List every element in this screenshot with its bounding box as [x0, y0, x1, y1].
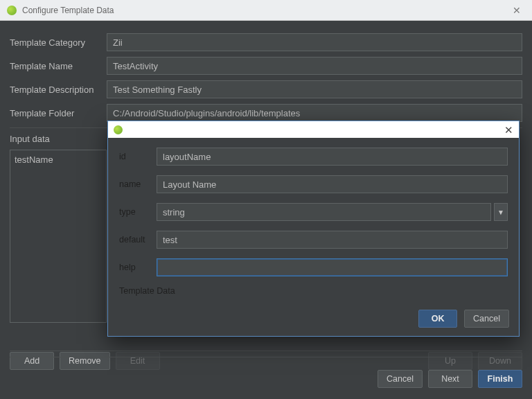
- label-default: default: [119, 235, 157, 245]
- separator: [10, 357, 522, 357]
- label-template-name: Template Name: [10, 61, 107, 71]
- footer-buttons: Cancel Next Finish: [10, 363, 522, 392]
- app-icon: [7, 6, 17, 15]
- input-help[interactable]: [157, 258, 508, 276]
- input-name[interactable]: [157, 175, 508, 193]
- ok-button[interactable]: OK: [418, 310, 457, 328]
- label-id: id: [119, 152, 157, 161]
- app-icon: [114, 125, 123, 134]
- input-template-folder[interactable]: [107, 104, 522, 122]
- row-default: default: [119, 231, 508, 249]
- input-data-left: Input data testName: [10, 134, 107, 323]
- row-category: Template Category: [10, 33, 522, 51]
- input-data-list[interactable]: testName: [10, 150, 107, 323]
- cancel-button[interactable]: Cancel: [464, 310, 509, 328]
- input-template-description[interactable]: [107, 80, 522, 98]
- close-icon[interactable]: ✕: [508, 6, 525, 15]
- label-template-category: Template Category: [10, 37, 107, 48]
- template-data-dialog: ✕ id name type ▼ default help Template D…: [107, 121, 520, 337]
- dialog-body: id name type ▼ default help Template Dat…: [108, 138, 519, 304]
- input-template-category[interactable]: [107, 33, 522, 51]
- select-type[interactable]: ▼: [157, 203, 508, 221]
- row-id: id: [119, 148, 508, 166]
- label-input-data: Input data: [10, 134, 107, 144]
- input-default[interactable]: [157, 231, 508, 249]
- finish-button[interactable]: Finish: [478, 370, 522, 388]
- select-type-value[interactable]: [157, 203, 491, 221]
- row-name: name: [119, 175, 508, 193]
- input-id[interactable]: [157, 148, 508, 166]
- close-icon[interactable]: ✕: [504, 125, 513, 135]
- row-folder: Template Folder: [10, 104, 522, 122]
- dialog-footer: OK Cancel: [108, 304, 519, 336]
- list-item[interactable]: testName: [15, 153, 102, 166]
- row-type: type ▼: [119, 203, 508, 221]
- label-help: help: [119, 263, 157, 272]
- row-description: Template Description: [10, 80, 522, 98]
- dialog-caption: Template Data: [119, 286, 508, 301]
- label-template-folder: Template Folder: [10, 108, 107, 118]
- label-template-description: Template Description: [10, 85, 107, 95]
- cancel-button[interactable]: Cancel: [378, 370, 423, 388]
- next-button[interactable]: Next: [428, 370, 472, 388]
- chevron-down-icon[interactable]: ▼: [494, 203, 508, 221]
- window-title: Configure Template Data: [22, 6, 508, 15]
- input-template-name[interactable]: [107, 57, 522, 75]
- titlebar: Configure Template Data ✕: [0, 0, 532, 21]
- label-type: type: [119, 207, 157, 217]
- label-name: name: [119, 179, 157, 189]
- dialog-titlebar: ✕: [108, 121, 519, 138]
- separator: [10, 351, 522, 351]
- row-help: help: [119, 258, 508, 276]
- row-name: Template Name: [10, 57, 522, 75]
